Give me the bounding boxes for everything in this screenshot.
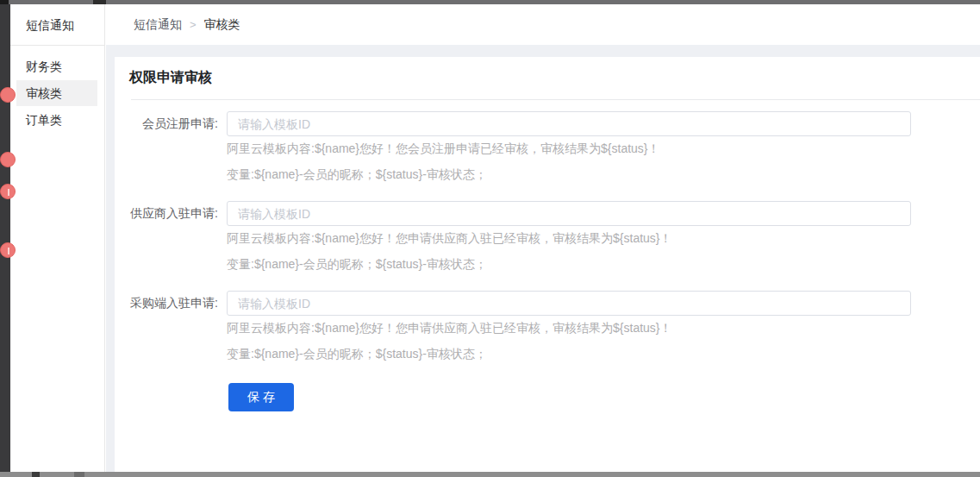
sidebar-item-review[interactable]: 审核类: [16, 80, 97, 106]
purchaser-entry-variables-desc: 变量:${name}-会员的昵称；${status}-审核状态；: [227, 348, 980, 360]
horizontal-scrollbar[interactable]: [0, 472, 980, 477]
supplier-entry-template-desc: 阿里云模板内容:${name}您好！您申请供应商入驻已经审核，审核结果为${st…: [227, 232, 980, 244]
title-divider: [131, 99, 980, 100]
sidebar-title: 短信通知: [10, 4, 104, 46]
sidebar-menu: 财务类 审核类 订单类: [10, 53, 104, 133]
badge-count-mark: [8, 189, 9, 196]
purchaser-entry-template-input[interactable]: [227, 291, 911, 316]
purchaser-entry-label: 采购端入驻申请:: [115, 291, 218, 316]
scrollbar-segment: [74, 472, 84, 477]
main-area: 短信通知 > 审核类 权限申请审核 会员注册申请: 阿里云模板内容:${name…: [106, 4, 980, 472]
collapsed-dock-strip: [0, 0, 10, 477]
breadcrumb-item-review: 审核类: [204, 17, 240, 33]
member-register-row: 会员注册申请:: [115, 111, 980, 136]
purchaser-entry-template-desc: 阿里云模板内容:${name}您好！您申请供应商入驻已经审核，审核结果为${st…: [227, 322, 980, 334]
badge-count-mark: [8, 248, 9, 254]
member-register-template-input[interactable]: [227, 111, 911, 136]
supplier-entry-template-input[interactable]: [227, 201, 911, 226]
member-register-label: 会员注册申请:: [115, 111, 218, 136]
notification-badge: [0, 152, 16, 167]
sidebar-item-finance[interactable]: 财务类: [16, 53, 97, 79]
window-top-edge: [0, 0, 980, 4]
notification-badge: [0, 242, 16, 258]
supplier-entry-row: 供应商入驻申请:: [115, 201, 980, 226]
chevron-right-icon: >: [190, 18, 197, 31]
purchaser-entry-row: 采购端入驻申请:: [115, 291, 980, 316]
app-window: 短信通知 财务类 审核类 订单类 短信通知 > 审核类 权限申请审核 会员注册申…: [0, 0, 980, 477]
supplier-entry-variables-desc: 变量:${name}-会员的昵称；${status}-审核状态；: [227, 258, 980, 270]
save-button[interactable]: 保 存: [228, 383, 294, 411]
sidebar-item-order[interactable]: 订单类: [16, 107, 97, 133]
breadcrumb: 短信通知 > 审核类: [106, 4, 980, 45]
content-card: 权限申请审核 会员注册申请: 阿里云模板内容:${name}您好！您会员注册申请…: [115, 57, 980, 472]
member-register-variables-desc: 变量:${name}-会员的昵称；${status}-审核状态；: [227, 168, 980, 180]
breadcrumb-item-sms[interactable]: 短信通知: [134, 17, 182, 33]
notification-badge: [0, 184, 16, 199]
notification-badge: [0, 87, 16, 103]
window-top-edge-segment: [93, 0, 106, 4]
member-register-template-desc: 阿里云模板内容:${name}您好！您会员注册申请已经审核，审核结果为${sta…: [227, 142, 980, 154]
supplier-entry-label: 供应商入驻申请:: [115, 201, 218, 226]
window-top-edge-segment: [0, 0, 9, 4]
scrollbar-segment: [32, 472, 40, 477]
page-title: 权限申请审核: [129, 57, 980, 87]
sidebar: 短信通知 财务类 审核类 订单类: [10, 4, 105, 472]
